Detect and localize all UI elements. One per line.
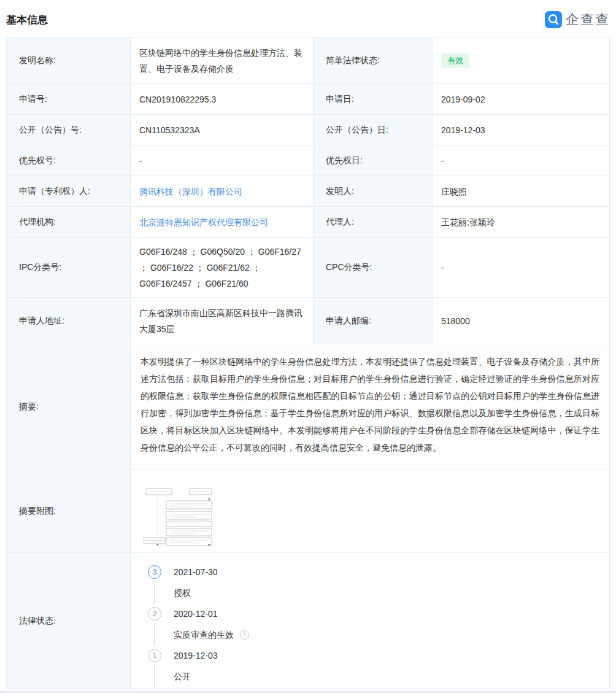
timeline-step-badge: 2 (148, 607, 161, 621)
agent-label: 代理人: (314, 207, 433, 237)
agency-link[interactable]: 北京派特恩知识产权代理有限公司 (139, 214, 268, 230)
priority-number-label: 优先权号: (7, 145, 131, 176)
timeline-step-badge: 3 (148, 565, 161, 579)
invention-name-label: 发明名称: (7, 37, 131, 83)
info-icon[interactable]: ! (240, 630, 249, 640)
publication-number-label: 公开（公告）号: (7, 115, 131, 145)
page-header: 基本信息 企查查 (0, 0, 616, 37)
abstract-label: 摘要: (7, 344, 131, 470)
row-abstract-figure: 摘要附图: (7, 470, 609, 553)
timeline-date: 2020-12-01 (174, 607, 601, 621)
application-date-value: 2019-09-02 (433, 84, 609, 114)
abstract-text: 本发明提供了一种区块链网络中的学生身份信息处理方法，本发明还提供了信息处理装置、… (131, 344, 609, 470)
row-publication: 公开（公告）号: CN110532323A 公开（公告）日: 2019-12-0… (7, 115, 609, 145)
row-priority: 优先权号: - 优先权日: - (7, 145, 609, 176)
row-classification: IPC分类号: G06F16/248 ； G06Q50/20 ； G06F16/… (7, 238, 609, 298)
row-invention-name: 发明名称: 区块链网络中的学生身份信息处理方法、装置、电子设备及存储介质 简单法… (7, 37, 609, 84)
row-applicant: 申请（专利权）人: 腾讯科技（深圳）有限公司 发明人: 庄晓照 (7, 176, 609, 207)
cpc-value: - (433, 238, 609, 297)
agency-label: 代理机构: (7, 207, 131, 237)
applicant-link[interactable]: 腾讯科技（深圳）有限公司 (139, 184, 242, 199)
abstract-figure-label: 摘要附图: (7, 470, 131, 552)
cpc-label: CPC分类号: (314, 238, 433, 297)
ipc-label: IPC分类号: (7, 238, 131, 297)
ipc-value: G06F16/248 ； G06Q50/20 ； G06F16/27 ； G06… (131, 238, 314, 297)
inventor-value: 庄晓照 (433, 176, 609, 206)
abstract-figure-image (143, 487, 217, 549)
abstract-figure-cell (131, 470, 609, 552)
page-title: 基本信息 (6, 13, 48, 27)
simple-legal-status-label: 简单法律状态: (314, 37, 433, 83)
agency-value: 北京派特恩知识产权代理有限公司 (131, 207, 314, 237)
priority-date-label: 优先权日: (314, 145, 433, 176)
timeline-status-text: 实质审查的生效 (174, 630, 234, 640)
applicant-address-value: 广东省深圳市南山区高新区科技中一路腾讯大厦35层 (131, 298, 314, 344)
application-date-label: 申请日: (314, 84, 433, 114)
inventor-label: 发明人: (314, 176, 433, 206)
publication-date-value: 2019-12-03 (433, 115, 609, 145)
application-number-label: 申请号: (7, 84, 131, 114)
publication-number-value: CN110532323A (131, 115, 314, 145)
applicant-address-label: 申请人地址: (7, 298, 131, 344)
publication-date-label: 公开（公告）日: (314, 115, 433, 145)
applicant-zip-value: 518000 (433, 298, 609, 344)
timeline-event: 1 2019-12-03 公开 (148, 649, 601, 691)
qichacha-logo-icon (545, 11, 562, 28)
priority-date-value: - (433, 145, 609, 176)
qichacha-logo-text: 企查查 (566, 10, 610, 29)
agent-value: 王花丽;张颖玲 (433, 207, 609, 237)
row-legal-status: 法律状态: 3 2021-07-30 授权 2 2020-12-01 实质审查的… (7, 553, 609, 689)
row-address: 申请人地址: 广东省深圳市南山区高新区科技中一路腾讯大厦35层 申请人邮编: 5… (7, 298, 609, 344)
timeline-status: 实质审查的生效 ! (174, 628, 601, 641)
timeline-event: 2 2020-12-01 实质审查的生效 ! (148, 607, 601, 649)
timeline-event: 3 2021-07-30 授权 (148, 565, 601, 607)
simple-legal-status-value: 有效 (433, 37, 609, 83)
priority-number-value: - (131, 145, 314, 176)
applicant-value: 腾讯科技（深圳）有限公司 (131, 176, 314, 206)
legal-status-timeline: 3 2021-07-30 授权 2 2020-12-01 实质审查的生效 ! 1 (139, 559, 601, 691)
invention-name-value: 区块链网络中的学生身份信息处理方法、装置、电子设备及存储介质 (131, 37, 314, 83)
applicant-label: 申请（专利权）人: (7, 176, 131, 206)
qichacha-logo: 企查查 (545, 10, 610, 29)
status-badge: 有效 (441, 53, 469, 68)
legal-status-cell: 3 2021-07-30 授权 2 2020-12-01 实质审查的生效 ! 1 (131, 553, 609, 689)
application-number-value: CN201910822295.3 (131, 84, 314, 114)
row-application: 申请号: CN201910822295.3 申请日: 2019-09-02 (7, 84, 609, 115)
timeline-date: 2021-07-30 (174, 565, 601, 579)
timeline-step-badge: 1 (148, 649, 161, 662)
timeline-status: 公开 (174, 670, 601, 683)
legal-status-label: 法律状态: (7, 553, 131, 689)
patent-info-table: 发明名称: 区块链网络中的学生身份信息处理方法、装置、电子设备及存储介质 简单法… (6, 37, 610, 689)
applicant-zip-label: 申请人邮编: (314, 298, 433, 344)
row-abstract: 摘要: 本发明提供了一种区块链网络中的学生身份信息处理方法，本发明还提供了信息处… (7, 344, 609, 470)
row-agency: 代理机构: 北京派特恩知识产权代理有限公司 代理人: 王花丽;张颖玲 (7, 207, 609, 238)
timeline-date: 2019-12-03 (174, 649, 601, 662)
patent-basic-info-page: 基本信息 企查查 发明名称: 区块链网络中的学生身份信息处理方法、装置、电子设备… (0, 0, 616, 693)
timeline-status: 授权 (174, 586, 601, 600)
